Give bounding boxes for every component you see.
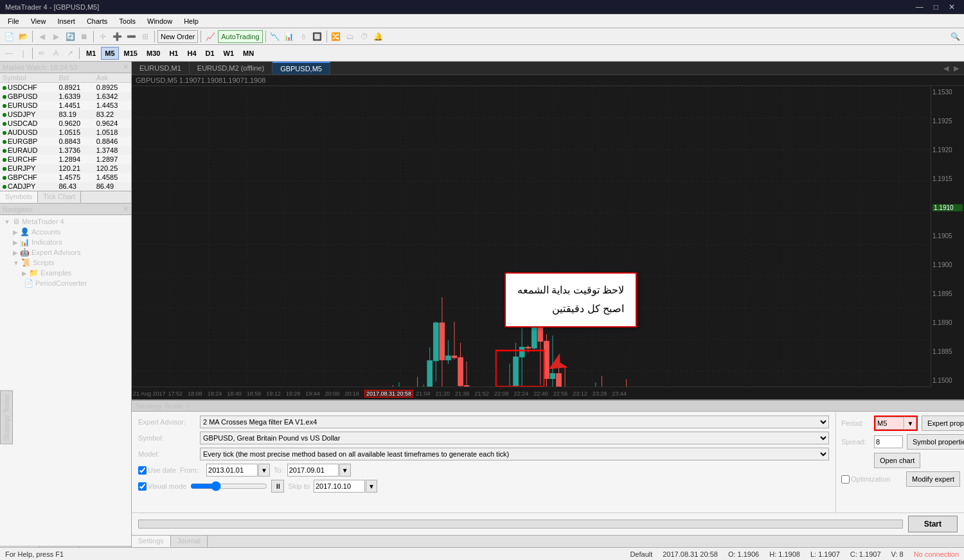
- chart-tab-gbpusd-m5[interactable]: GBPUSD,M5: [272, 62, 330, 74]
- new-order-button[interactable]: New Order: [157, 30, 198, 43]
- open-chart-button[interactable]: Open chart: [874, 453, 920, 468]
- period-d1[interactable]: D1: [202, 47, 219, 60]
- chart-scroll-right-icon[interactable]: ▶: [951, 64, 961, 73]
- tb-templates-icon[interactable]: 🗂: [344, 30, 357, 43]
- menu-help[interactable]: Help: [179, 16, 204, 26]
- chart-scroll-left-icon[interactable]: ◀: [941, 64, 951, 73]
- st-from-calendar-btn[interactable]: ▼: [258, 464, 270, 477]
- menu-charts[interactable]: Charts: [82, 16, 112, 26]
- tb2-line-icon[interactable]: —: [3, 47, 15, 60]
- market-watch-row[interactable]: USDJPY 83.19 83.22: [0, 110, 131, 119]
- st-from-input[interactable]: [206, 464, 258, 477]
- st-symbol-select[interactable]: GBPUSD, Great Britain Pound vs US Dollar: [200, 432, 829, 444]
- st-ea-select[interactable]: 2 MA Crosses Mega filter EA V1.ex4: [200, 416, 829, 428]
- tb2-text-icon[interactable]: A: [49, 47, 62, 60]
- tb-chart-icon[interactable]: 📈: [204, 30, 217, 43]
- nav-tab-favorites[interactable]: Favorites: [40, 547, 80, 547]
- tree-accounts[interactable]: ▶ 👤 Accounts: [10, 227, 130, 237]
- market-watch-row[interactable]: GBPCHF 1.4575 1.4585: [0, 173, 131, 182]
- tb-candle-icon[interactable]: 🕯: [297, 30, 310, 43]
- tb-forward-icon[interactable]: ▶: [49, 30, 62, 43]
- period-m30[interactable]: M30: [143, 47, 164, 60]
- mw-tab-tick-chart[interactable]: Tick Chart: [38, 191, 81, 203]
- st-visual-slider[interactable]: [190, 481, 267, 491]
- menu-file[interactable]: File: [3, 16, 24, 26]
- tb-indicators-icon[interactable]: 🔀: [330, 30, 343, 43]
- tb-stop-icon[interactable]: ⏹: [78, 30, 91, 43]
- close-button[interactable]: ✕: [945, 3, 959, 12]
- symbol-properties-button[interactable]: Symbol properties: [907, 434, 964, 450]
- st-to-input[interactable]: [287, 464, 339, 477]
- auto-trading-button[interactable]: AutoTrading: [218, 30, 263, 43]
- tree-metatrader4[interactable]: ▼ 🖥 MetaTrader 4: [1, 216, 130, 227]
- chart-tab-eurusd-m2[interactable]: EURUSD,M2 (offline): [190, 62, 272, 74]
- market-watch-row[interactable]: AUDUSD 1.0515 1.0518: [0, 128, 131, 137]
- period-h4[interactable]: H4: [183, 47, 200, 60]
- chart-tab-eurusd-m1[interactable]: EURUSD,M1: [132, 62, 190, 74]
- st-sidebar-label[interactable]: Strategy Tester: [0, 390, 13, 444]
- tb-zoom-out-icon[interactable]: ➖: [125, 30, 138, 43]
- tb-search-icon[interactable]: 🔍: [949, 30, 961, 43]
- market-watch-row[interactable]: EURUSD 1.4451 1.4453: [0, 101, 131, 110]
- tree-indicators[interactable]: ▶ 📊 Indicators: [10, 237, 130, 247]
- market-watch-row[interactable]: EURCHF 1.2894 1.2897: [0, 155, 131, 164]
- period-m1[interactable]: M1: [82, 47, 100, 60]
- st-model-select[interactable]: Every tick (the most precise method base…: [200, 448, 829, 460]
- expert-properties-button[interactable]: Expert properties: [922, 416, 964, 431]
- st-spread-input[interactable]: [874, 435, 903, 448]
- tb-bar-icon[interactable]: 📊: [283, 30, 296, 43]
- mw-tab-symbols[interactable]: Symbols: [0, 191, 38, 203]
- st-skipto-calendar-btn[interactable]: ▼: [366, 480, 377, 493]
- st-usedate-checkbox[interactable]: [138, 466, 147, 475]
- market-watch-row[interactable]: GBPUSD 1.6339 1.6342: [0, 92, 131, 101]
- tree-period-converter[interactable]: 📄 PeriodConverter: [19, 278, 130, 288]
- st-optimization-checkbox[interactable]: [841, 475, 850, 484]
- menu-window[interactable]: Window: [142, 16, 177, 26]
- tb-new-icon[interactable]: 📄: [3, 30, 15, 43]
- market-watch-close-icon[interactable]: ✕: [123, 63, 129, 71]
- tree-scripts[interactable]: ▼ 📜 Scripts: [10, 258, 130, 268]
- st-visual-checkbox[interactable]: [138, 482, 147, 491]
- tb2-pencil-icon[interactable]: ✏: [35, 47, 48, 60]
- period-m5[interactable]: M5: [101, 47, 118, 60]
- menu-tools[interactable]: Tools: [114, 16, 141, 26]
- navigator-close-icon[interactable]: ✕: [123, 205, 129, 213]
- tb-refresh-icon[interactable]: 🔄: [64, 30, 76, 43]
- tb-period-sep-icon[interactable]: ⏱: [358, 30, 371, 43]
- tree-expert-advisors[interactable]: ▶ 🤖 Expert Advisors: [10, 247, 130, 258]
- tb-grid-icon[interactable]: ⊞: [139, 30, 152, 43]
- st-period-dropdown-btn[interactable]: ▼: [905, 417, 916, 430]
- tree-examples[interactable]: ▶ 📁 Examples: [19, 268, 130, 278]
- maximize-button[interactable]: □: [930, 3, 942, 12]
- market-watch-row[interactable]: USDCHF 0.8921 0.8925: [0, 83, 131, 92]
- tb-line-icon[interactable]: 📉: [269, 30, 281, 43]
- chart-canvas[interactable]: 1.1530 1.1925 1.1920 1.1915 1.1910 1.190…: [132, 86, 964, 399]
- menu-insert[interactable]: Insert: [52, 16, 80, 26]
- minimize-button[interactable]: —: [912, 3, 927, 12]
- nav-tab-common[interactable]: Common: [0, 547, 40, 547]
- menu-view[interactable]: View: [26, 16, 51, 26]
- st-pause-btn[interactable]: ⏸: [271, 480, 284, 493]
- st-tab-journal[interactable]: Journal: [171, 536, 208, 547]
- tb2-arrow-icon[interactable]: ↗: [64, 47, 76, 60]
- market-watch-row[interactable]: EURJPY 120.21 120.25: [0, 164, 131, 173]
- tb-alerts-icon[interactable]: 🔔: [372, 30, 385, 43]
- st-to-calendar-btn[interactable]: ▼: [339, 464, 351, 477]
- tb-open-icon[interactable]: 📂: [17, 30, 30, 43]
- tb-back-icon[interactable]: ◀: [35, 30, 48, 43]
- market-watch-row[interactable]: CADJPY 86.43 86.49: [0, 182, 131, 191]
- modify-expert-button[interactable]: Modify expert: [906, 471, 960, 487]
- period-h1[interactable]: H1: [165, 47, 182, 60]
- st-period-input[interactable]: [875, 417, 904, 430]
- tb-zoom-in-icon[interactable]: ➕: [111, 30, 123, 43]
- period-w1[interactable]: W1: [220, 47, 238, 60]
- st-skipto-input[interactable]: [314, 480, 365, 493]
- market-watch-row[interactable]: EURGBP 0.8843 0.8846: [0, 137, 131, 146]
- period-mn[interactable]: MN: [239, 47, 258, 60]
- st-tab-settings[interactable]: Settings: [132, 536, 171, 547]
- market-watch-row[interactable]: EURAUD 1.3736 1.3748: [0, 146, 131, 155]
- tb-area-icon[interactable]: 🔲: [311, 30, 324, 43]
- tb-crosshair-icon[interactable]: ✛: [96, 30, 109, 43]
- period-m15[interactable]: M15: [120, 47, 141, 60]
- start-button[interactable]: Start: [908, 516, 958, 532]
